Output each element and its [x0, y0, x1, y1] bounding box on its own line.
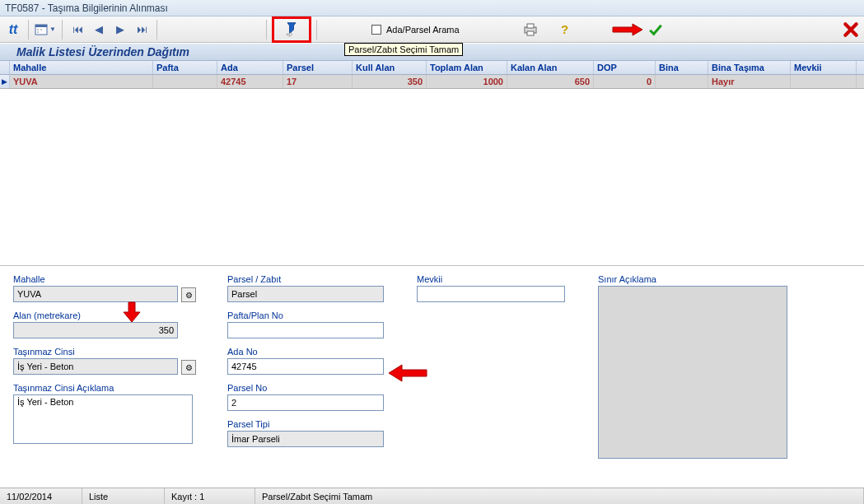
col-dop[interactable]: DOP	[594, 61, 656, 74]
apply-button[interactable]	[646, 20, 666, 40]
cell-mevkii	[791, 75, 857, 88]
print-button[interactable]	[521, 20, 540, 40]
col-kullalan[interactable]: Kull Alan	[353, 61, 427, 74]
pafta-no-input[interactable]	[227, 322, 384, 338]
status-mode: Liste	[82, 488, 165, 504]
statusbar: 11/02/2014 Liste Kayıt : 1 Parsel/Zabıt …	[0, 488, 864, 504]
col-bina[interactable]: Bina	[656, 61, 708, 74]
cell-dop: 0	[594, 75, 656, 88]
cell-toplam: 1000	[427, 75, 507, 88]
pafta-no-label: Pafta/Plan No	[227, 310, 392, 320]
cell-parsel: 17	[283, 75, 353, 88]
ada-parsel-arama-checkbox[interactable]	[371, 25, 381, 35]
help-button[interactable]: ?	[555, 20, 575, 40]
highlight-confirm-selection	[272, 16, 311, 43]
parsel-no-input[interactable]	[227, 394, 384, 411]
tcinsi-ac-textarea[interactable]: İş Yeri - Beton	[13, 394, 193, 444]
grid-header: Mahalle Pafta Ada Parsel Kull Alan Topla…	[0, 61, 864, 75]
grid-body[interactable]	[0, 89, 864, 266]
mahalle-input[interactable]	[13, 286, 178, 302]
form-area: Mahalle ⚙ Alan (metrekare) Taşınmaz Cins…	[0, 266, 864, 467]
status-message: Parsel/Zabıt Seçimi Tamam	[255, 488, 864, 504]
window-title: TF0587 - Taşıma Bilgilerinin Alınması	[5, 2, 168, 14]
tcinsi-input[interactable]	[13, 358, 178, 375]
nav-next-button[interactable]: ▶	[110, 20, 130, 40]
cell-pafta	[153, 75, 217, 88]
status-kayit: Kayıt : 1	[165, 488, 255, 504]
parsel-tipi-label: Parsel Tipi	[227, 419, 392, 429]
annotation-arrow-down	[122, 301, 142, 324]
svg-rect-7	[527, 31, 534, 35]
row-indicator-icon: ▶	[0, 75, 10, 88]
sinir-aciklama-box[interactable]	[598, 286, 787, 459]
mevkii-label: Mevkii	[417, 274, 573, 284]
mahalle-lookup-icon[interactable]: ⚙	[181, 287, 196, 302]
ada-no-input[interactable]	[227, 358, 384, 375]
svg-rect-1	[35, 25, 47, 27]
col-mevkii[interactable]: Mevkii	[791, 61, 857, 74]
tcinsi-lookup-icon[interactable]: ⚙	[181, 360, 196, 375]
parsel-zabit-input[interactable]	[227, 286, 384, 302]
parsel-secimi-tamam-button[interactable]	[282, 20, 301, 40]
close-button[interactable]	[841, 20, 861, 40]
window-titlebar: TF0587 - Taşıma Bilgilerinin Alınması	[0, 0, 864, 16]
table-row[interactable]: ▶ YUVA 42745 17 350 1000 650 0 Hayır	[0, 75, 864, 89]
svg-rect-6	[527, 24, 534, 28]
row-handle-header	[0, 61, 10, 74]
status-date: 11/02/2014	[0, 488, 82, 504]
mevkii-input[interactable]	[417, 286, 565, 302]
col-ada[interactable]: Ada	[217, 61, 283, 74]
col-pafta[interactable]: Pafta	[153, 61, 217, 74]
cell-kalan: 650	[507, 75, 594, 88]
annotation-arrow-left	[387, 363, 428, 383]
sinir-label: Sınır Açıklama	[598, 274, 787, 284]
parsel-zabit-label: Parsel / Zabıt	[227, 274, 392, 284]
ada-parsel-arama-label: Ada/Parsel Arama	[386, 25, 460, 35]
alan-label: Alan (metrekare)	[13, 310, 203, 320]
col-parsel[interactable]: Parsel	[283, 61, 353, 74]
cell-binat: Hayır	[708, 75, 791, 88]
nav-first-button[interactable]: ⏮	[68, 20, 87, 40]
cell-bina	[656, 75, 708, 88]
col-kalan[interactable]: Kalan Alan	[507, 61, 594, 74]
tooltip: Parsel/Zabıt Seçimi Tamam	[344, 43, 463, 56]
alan-input[interactable]	[13, 322, 178, 338]
toolbar: tt ▼ ⏮ ◀ ▶ ⏭ Ada/Parsel Arama ?	[0, 16, 864, 43]
tcinsi-label: Taşınmaz Cinsi	[13, 347, 203, 357]
col-binat[interactable]: Bina Taşıma	[708, 61, 791, 74]
col-toplam[interactable]: Toplam Alan	[427, 61, 507, 74]
mahalle-label: Mahalle	[13, 274, 203, 284]
app-icon[interactable]: tt	[3, 20, 23, 40]
cell-mahalle: YUVA	[10, 75, 153, 88]
parsel-no-label: Parsel No	[227, 383, 392, 393]
annotation-arrow-right	[611, 23, 644, 36]
cell-kullalan: 350	[353, 75, 427, 88]
parsel-tipi-input[interactable]	[227, 431, 384, 447]
nav-prev-button[interactable]: ◀	[89, 20, 109, 40]
calendar-dropdown[interactable]: ▼	[34, 20, 57, 40]
nav-last-button[interactable]: ⏭	[132, 20, 152, 40]
cell-ada: 42745	[217, 75, 283, 88]
tcinsi-ac-label: Taşınmaz Cinsi Açıklama	[13, 383, 203, 393]
ada-no-label: Ada No	[227, 347, 392, 357]
col-mahalle[interactable]: Mahalle	[10, 61, 153, 74]
